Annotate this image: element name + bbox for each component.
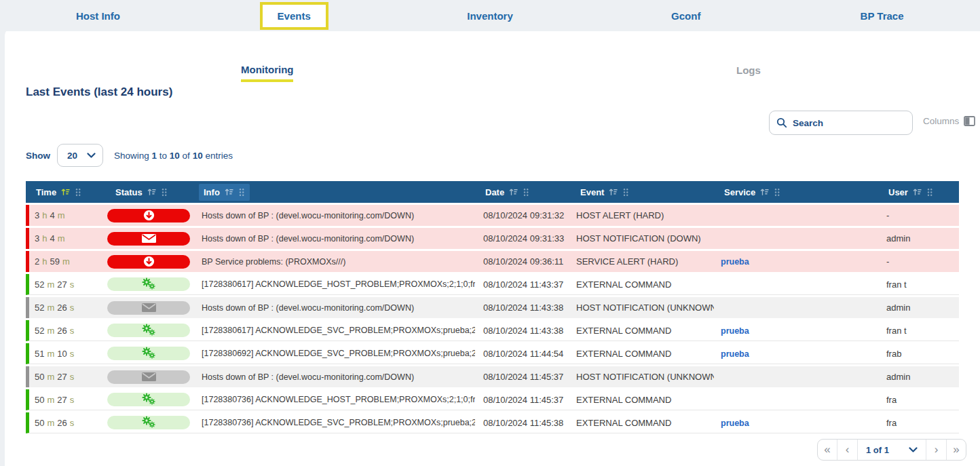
event-cell: EXTERNAL COMMAND bbox=[570, 274, 714, 295]
table-row[interactable]: 3h4mHosts down of BP : (devel.wocu-monit… bbox=[26, 228, 959, 249]
table-row[interactable]: 3h4mHosts down of BP : (devel.wocu-monit… bbox=[26, 205, 959, 226]
column-label: Info bbox=[204, 187, 220, 197]
chevron-down-icon bbox=[87, 153, 96, 158]
table-row[interactable]: 50m27s[1728380736] ACKNOWLEDGE_HOST_PROB… bbox=[26, 389, 959, 410]
service-link[interactable]: prueba bbox=[721, 257, 749, 267]
user-cell: fran t bbox=[878, 274, 959, 295]
gears-icon bbox=[142, 393, 155, 407]
column-header-service[interactable]: Service bbox=[714, 181, 878, 203]
tab-gconf[interactable]: Gconf bbox=[588, 0, 784, 31]
table-row[interactable]: 50m26s[1728380736] ACKNOWLEDGE_SVC_PROBL… bbox=[26, 412, 959, 433]
search-input[interactable] bbox=[793, 118, 894, 128]
first-page-button[interactable]: « bbox=[818, 440, 837, 460]
column-header-event[interactable]: Event bbox=[570, 181, 714, 203]
last-page-button[interactable]: » bbox=[946, 440, 966, 460]
info-cell: Hosts down of BP : (devel.wocu-monitorin… bbox=[193, 205, 475, 226]
service-link[interactable]: prueba bbox=[721, 326, 749, 336]
tab-label: Gconf bbox=[671, 10, 700, 22]
time-cell: 52m26s bbox=[26, 320, 105, 341]
tab-inventory[interactable]: Inventory bbox=[392, 0, 588, 31]
drag-handle-icon[interactable] bbox=[927, 188, 933, 197]
column-header-time[interactable]: Time bbox=[26, 181, 105, 203]
subtab-logs[interactable]: Logs bbox=[736, 64, 761, 76]
status-cell bbox=[105, 389, 193, 410]
tab-label: BP Trace bbox=[861, 10, 904, 22]
user-cell: admin bbox=[878, 228, 959, 249]
date-cell: 08/10/2024 11:45:37 bbox=[475, 366, 570, 387]
status-badge bbox=[107, 347, 190, 360]
sort-icon[interactable] bbox=[609, 188, 618, 196]
drag-handle-icon[interactable] bbox=[523, 188, 529, 197]
table-row[interactable]: 52m26s[1728380617] ACKNOWLEDGE_SVC_PROBL… bbox=[26, 320, 959, 341]
page-size-select[interactable]: 20 bbox=[57, 144, 103, 167]
service-cell: prueba bbox=[714, 343, 878, 364]
table-row[interactable]: 2h59mBP Service problems: (PROXMOXs///)0… bbox=[26, 251, 959, 272]
table-row[interactable]: 52m27s[1728380617] ACKNOWLEDGE_HOST_PROB… bbox=[26, 274, 959, 295]
column-label: Time bbox=[36, 187, 56, 197]
entries-summary: Showing 1 to 10 of 10 entries bbox=[114, 151, 233, 161]
time-cell: 3h4m bbox=[26, 205, 105, 226]
status-cell bbox=[105, 343, 193, 364]
date-cell: 08/10/2024 11:45:37 bbox=[475, 389, 570, 410]
event-cell: HOST ALERT (HARD) bbox=[570, 205, 714, 226]
time-cell: 50m27s bbox=[26, 389, 105, 410]
envelope-icon bbox=[142, 372, 156, 381]
columns-icon bbox=[964, 116, 975, 126]
page-select[interactable]: 1 of 1 bbox=[857, 440, 926, 460]
column-header-info[interactable]: Info bbox=[193, 181, 475, 203]
envelope-icon bbox=[142, 303, 156, 312]
user-cell: - bbox=[878, 251, 959, 272]
service-link[interactable]: prueba bbox=[721, 419, 749, 428]
column-header-user[interactable]: User bbox=[878, 181, 959, 203]
status-cell bbox=[105, 412, 193, 433]
sort-icon[interactable] bbox=[913, 188, 922, 196]
previous-page-button[interactable]: ‹ bbox=[837, 440, 857, 460]
table-row[interactable]: 52m26sHosts down of BP : (devel.wocu-mon… bbox=[26, 297, 959, 318]
time-cell: 52m26s bbox=[26, 297, 105, 318]
info-cell: [1728380617] ACKNOWLEDGE_HOST_PROBLEM;PR… bbox=[193, 274, 475, 295]
column-header-date[interactable]: Date bbox=[475, 181, 570, 203]
event-cell: HOST NOTIFICATION (UNKNOWN) bbox=[570, 366, 714, 387]
status-badge bbox=[107, 393, 190, 406]
sort-icon[interactable] bbox=[760, 188, 770, 196]
drag-handle-icon[interactable] bbox=[75, 188, 81, 197]
sort-icon[interactable] bbox=[509, 188, 519, 196]
tab-bp-trace[interactable]: BP Trace bbox=[784, 0, 980, 31]
table-row[interactable]: 50m27sHosts down of BP : (devel.wocu-mon… bbox=[26, 366, 959, 387]
date-cell: 08/10/2024 11:43:38 bbox=[475, 320, 570, 341]
service-cell bbox=[714, 228, 878, 249]
time-cell: 51m10s bbox=[26, 343, 105, 364]
drag-handle-icon[interactable] bbox=[239, 188, 245, 197]
page-title: Last Events (last 24 hours) bbox=[26, 85, 172, 99]
drag-handle-icon[interactable] bbox=[774, 188, 780, 197]
date-cell: 08/10/2024 11:44:54 bbox=[475, 343, 570, 364]
columns-button[interactable]: Columns bbox=[923, 116, 975, 126]
status-badge bbox=[107, 277, 190, 291]
page-size-controls: Show 20 Showing 1 to 10 of 10 entries bbox=[26, 144, 233, 167]
gears-icon bbox=[142, 416, 155, 430]
info-cell: Hosts down of BP : (devel.wocu-monitorin… bbox=[193, 297, 475, 318]
column-label: User bbox=[888, 187, 908, 197]
drag-handle-icon[interactable] bbox=[623, 188, 629, 197]
search-box[interactable] bbox=[769, 111, 913, 135]
next-page-button[interactable]: › bbox=[926, 440, 946, 460]
tab-label: Events bbox=[260, 2, 328, 30]
tab-label: Host Info bbox=[76, 10, 120, 22]
column-label: Date bbox=[485, 187, 504, 197]
table-row[interactable]: 51m10s[1728380692] ACKNOWLEDGE_SVC_PROBL… bbox=[26, 343, 959, 364]
drag-handle-icon[interactable] bbox=[162, 188, 168, 197]
service-link[interactable]: prueba bbox=[721, 349, 749, 359]
sort-icon[interactable] bbox=[225, 188, 234, 196]
subtab-monitoring[interactable]: Monitoring bbox=[241, 64, 293, 82]
tab-host-info[interactable]: Host Info bbox=[0, 0, 196, 31]
sort-icon[interactable] bbox=[147, 188, 157, 196]
sort-icon[interactable] bbox=[61, 188, 71, 196]
events-table: TimeStatusInfoDateEventServiceUser 3h4mH… bbox=[26, 179, 959, 435]
tab-events[interactable]: Events bbox=[196, 0, 392, 31]
column-header-status[interactable]: Status bbox=[105, 181, 193, 203]
pagination: « ‹ 1 of 1 › » bbox=[817, 439, 966, 461]
date-cell: 08/10/2024 09:36:11 bbox=[475, 251, 570, 272]
table-header-row: TimeStatusInfoDateEventServiceUser bbox=[26, 181, 959, 203]
service-cell bbox=[714, 389, 878, 410]
event-cell: HOST NOTIFICATION (UNKNOWN) bbox=[570, 297, 714, 318]
